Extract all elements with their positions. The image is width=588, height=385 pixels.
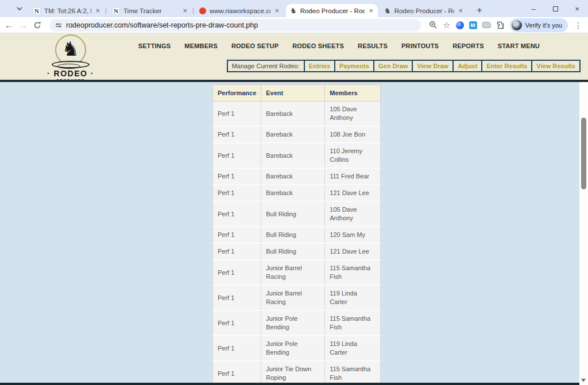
performance-cell: Perf 1 — [213, 260, 261, 285]
new-tab-button[interactable]: + — [473, 4, 486, 17]
nav-results[interactable]: RESULTS — [358, 42, 388, 49]
event-cell: Junior Pole Bending — [261, 310, 325, 336]
rodeo-producer-logo[interactable]: ♞ · RODEO · — PRODUCER — — [45, 34, 96, 83]
nav-settings[interactable]: SETTINGS — [138, 42, 171, 49]
logo-title: · RODEO · — [45, 69, 96, 78]
adjust-button[interactable]: Adjust — [452, 60, 482, 72]
member-line: 121 Dave Lee — [330, 189, 376, 197]
performance-cell: Perf 1 — [213, 168, 261, 185]
member-line: 115 Samantha Fish — [330, 365, 376, 382]
members-cell: 121 Dave Lee — [325, 185, 381, 201]
member-line: 115 Samantha Fish — [330, 264, 376, 281]
tab-search-chevron-icon[interactable] — [16, 5, 23, 12]
members-cell: 115 Samantha Fish — [325, 260, 381, 285]
event-cell: Bareback — [261, 126, 325, 143]
close-icon[interactable]: × — [95, 7, 100, 14]
site-info-icon[interactable] — [55, 22, 62, 29]
members-cell: 115 Samantha Fish — [325, 310, 381, 336]
window-minimize-button[interactable]: – — [523, 0, 544, 17]
close-icon[interactable]: × — [274, 7, 280, 14]
members-cell: 110 Jeremy Collins — [325, 143, 381, 168]
profile-chip[interactable]: Verify it's you — [510, 18, 568, 32]
performance-cell: Perf 1 — [213, 336, 261, 361]
tab-rodeo-pre-draw-active[interactable]: ♞ Rodeo Producer - Rodeo Pre D × — [286, 4, 378, 17]
tab-time-tracker[interactable]: N Time Tracker × — [108, 4, 192, 17]
member-line: 119 Linda Carter — [330, 340, 376, 357]
pre-draw-table-body: Perf 1Bareback105 Dave AnthonyPerf 1Bare… — [213, 102, 381, 385]
window-maximize-button[interactable] — [544, 0, 566, 17]
nav-printouts[interactable]: PRINTOUTS — [401, 42, 439, 49]
zoom-icon[interactable] — [429, 21, 438, 29]
nav-start-menu[interactable]: START MENU — [498, 42, 540, 49]
manage-label: Manage Current Rodeo: — [227, 60, 305, 72]
logo-circle: ♞ — [55, 34, 86, 65]
bookmark-star-icon[interactable]: ☆ — [443, 21, 450, 29]
performance-column-header: Performance — [213, 85, 261, 102]
riaworkspace-icon — [199, 7, 206, 14]
event-cell: Junior Barrel Racing — [261, 260, 325, 285]
refresh-icon[interactable] — [33, 21, 41, 29]
notion-icon: N — [112, 7, 120, 15]
tab-title: www.riaworkspace.com: Overvi — [210, 7, 270, 14]
extension-swirl-icon[interactable] — [456, 21, 464, 29]
extension-m-icon[interactable]: M — [469, 21, 477, 29]
event-column-header: Event — [261, 85, 325, 102]
back-icon[interactable]: ← — [5, 21, 13, 29]
member-line: 108 Joe Bon — [330, 130, 376, 139]
tab-title: TM: Tot:26 A:2, B:13, C:10, D:0, | — [44, 7, 91, 14]
maximize-icon — [553, 6, 558, 11]
nav-rodeo-setup[interactable]: RODEO SETUP — [231, 42, 278, 49]
payments-button[interactable]: Payments — [334, 60, 374, 72]
table-row: Perf 1Bareback111 Fred Bear — [213, 168, 381, 185]
tab-title: Rodeo Producer - Rodeo Pre D — [300, 7, 365, 14]
lasso-rope-icon — [57, 64, 80, 69]
performance-cell: Perf 1 — [213, 126, 261, 143]
extensions-puzzle-icon[interactable] — [496, 21, 505, 29]
performance-cell: Perf 1 — [213, 102, 261, 127]
member-line: 111 Fred Bear — [330, 172, 376, 181]
scrollbar-thumb[interactable] — [581, 118, 586, 189]
members-cell: 119 Linda Carter — [325, 336, 381, 361]
window-close-button[interactable]: × — [566, 0, 588, 17]
tab-riaworkspace[interactable]: www.riaworkspace.com: Overvi × — [195, 4, 284, 17]
members-cell: 111 Fred Bear — [325, 168, 381, 185]
wallet-icon[interactable] — [482, 22, 491, 28]
tab-rodeo-setup[interactable]: ♞ Rodeo Producer - Rodeo Setup × — [380, 4, 467, 17]
browser-menu-kebab-icon[interactable]: ⋮ — [573, 21, 583, 30]
entries-button[interactable]: Entries — [304, 60, 335, 72]
performance-cell: Perf 1 — [213, 227, 261, 243]
view-results-button[interactable]: View Results — [531, 60, 581, 72]
browser-address-bar: ← → rodeoproducer.com/software/set-repor… — [0, 17, 588, 33]
close-icon[interactable]: × — [368, 7, 374, 14]
horse-favicon-icon: ♞ — [384, 7, 391, 14]
member-line: 121 Dave Lee — [330, 247, 376, 256]
nav-rodeo-sheets[interactable]: RODEO SHEETS — [292, 42, 344, 49]
url-field[interactable]: rodeoproducer.com/software/set-reports-p… — [49, 19, 421, 32]
scrollbar-down-arrow-icon[interactable] — [581, 379, 586, 382]
member-line: 110 Jeremy Collins — [330, 147, 376, 164]
tab-notion-tm[interactable]: N TM: Tot:26 A:2, B:13, C:10, D:0, | × — [29, 4, 105, 17]
enter-results-button[interactable]: Enter Results — [481, 60, 532, 72]
nav-reports[interactable]: REPORTS — [452, 42, 484, 49]
event-cell: Bareback — [261, 168, 325, 185]
event-cell: Bareback — [261, 185, 325, 201]
forward-icon[interactable]: → — [19, 21, 28, 29]
view-draw-button[interactable]: View Draw — [412, 60, 454, 72]
event-cell: Junior Tie Down Roping — [261, 361, 325, 385]
members-cell: 108 Joe Bon — [325, 126, 381, 143]
member-line: 120 Sam My — [330, 231, 376, 239]
performance-cell: Perf 1 — [213, 361, 261, 385]
nav-members[interactable]: MEMBERS — [184, 42, 218, 49]
table-row: Perf 1Bareback108 Joe Bon — [213, 126, 381, 143]
gen-draw-button[interactable]: Gen Draw — [373, 60, 413, 72]
table-row: Perf 1Bareback110 Jeremy Collins — [213, 143, 381, 168]
members-cell: 105 Dave Anthony — [325, 201, 381, 227]
close-icon[interactable]: × — [458, 7, 463, 14]
performance-cell: Perf 1 — [213, 310, 261, 336]
vertical-scrollbar[interactable] — [579, 82, 588, 385]
table-row: Perf 1Junior Pole Bending115 Samantha Fi… — [213, 310, 381, 336]
performance-cell: Perf 1 — [213, 201, 261, 227]
members-cell: 105 Dave Anthony — [325, 102, 381, 127]
event-cell: Junior Pole Bending — [261, 336, 325, 361]
close-icon[interactable]: × — [182, 7, 188, 14]
